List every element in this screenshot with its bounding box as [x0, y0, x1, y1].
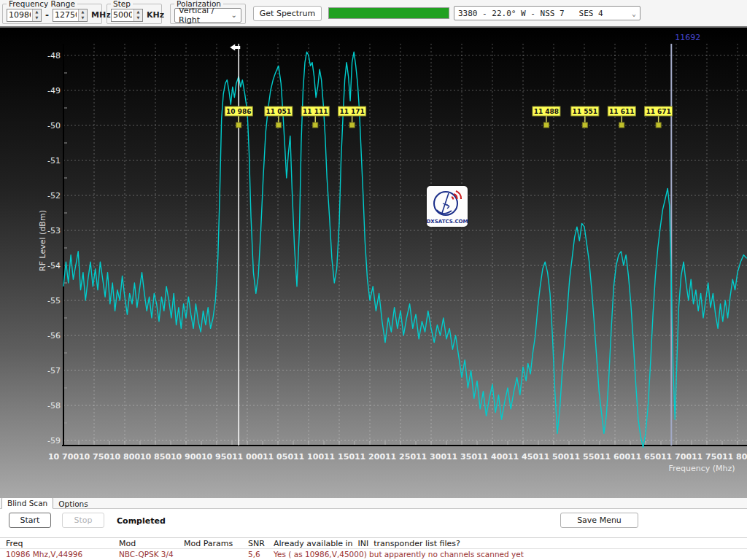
transponder-marker-label[interactable]: 10 986 [226, 108, 251, 115]
frequency-from-spin-buttons[interactable]: ▲▼ [32, 9, 41, 21]
spin-down-icon[interactable]: ▼ [134, 15, 142, 21]
polarization-value: Vertical / Right [179, 6, 227, 25]
y-tick-label: -52 [47, 191, 61, 201]
x-tick-label: 11 450 [508, 452, 538, 462]
y-tick-label: -57 [47, 366, 61, 376]
y-tick-label: -51 [47, 156, 61, 166]
x-tick-label: 11 250 [385, 452, 416, 462]
header-mod: Mod [119, 539, 184, 548]
y-axis-title: RF Level (dBm) [38, 210, 47, 271]
x-tick-label: 11 350 [446, 452, 477, 462]
marker-square [313, 122, 318, 128]
cell-freq: 10986 Mhz,V,44996 [6, 550, 119, 559]
cell-mod: NBC-QPSK 3/4 [119, 550, 184, 559]
marker-square [349, 122, 355, 128]
y-tick-label: -54 [47, 261, 61, 271]
polarization-label: Polarization [174, 0, 223, 8]
spin-down-icon[interactable]: ▼ [79, 15, 87, 21]
dxsatcs-logo: DXSATCS.COM [427, 186, 468, 227]
chevron-down-icon: ⌄ [632, 9, 636, 18]
spin-up-icon[interactable]: ▲ [134, 9, 142, 15]
spectrum-svg: 10 70010 75010 80010 85010 90010 95011 0… [0, 28, 747, 498]
tab-options[interactable]: Options [53, 499, 93, 509]
polarization-group: Polarization Vertical / Right ⌄ [170, 4, 246, 24]
y-tick-label: -53 [47, 226, 61, 236]
x-tick-label: 11 500 [538, 452, 569, 462]
satellite-value: 3380 - 22.0° W - NSS 7 SES 4 [458, 9, 603, 18]
x-tick-label: 10 750 [79, 452, 109, 462]
x-tick-label: 10 850 [140, 452, 171, 462]
x-tick-label: 10 950 [201, 452, 232, 462]
dxsatcs-logo-graphic: DXSATCS.COM [427, 186, 468, 227]
polarization-select[interactable]: Vertical / Right ⌄ [174, 8, 241, 23]
y-tick-label: -49 [47, 86, 61, 96]
spin-up-icon[interactable]: ▲ [33, 9, 41, 15]
x-axis-title: Frequency (Mhz) [668, 464, 735, 473]
toolbar: Frequency Range ▲▼ - ▲▼ MHz Step ▲▼ [0, 0, 747, 28]
step-spin-buttons[interactable]: ▲▼ [133, 9, 142, 21]
get-spectrum-button[interactable]: Get Spectrum [253, 6, 322, 21]
cursor-secondary-label: 11692 [675, 33, 700, 42]
cell-snr: 5,6 [248, 550, 274, 559]
bottom-panel: Blind Scan Options Start Stop Completed … [0, 498, 747, 560]
frequency-to-spin-buttons[interactable]: ▲▼ [78, 9, 87, 21]
step-unit-label: KHz [147, 10, 164, 20]
table-row[interactable]: 10986 Mhz,V,44996 NBC-QPSK 3/4 5,6 Yes (… [0, 549, 747, 559]
y-tick-label: -56 [47, 331, 61, 341]
x-tick-label: 11 300 [416, 452, 446, 462]
frequency-to-spinner[interactable]: ▲▼ [53, 9, 88, 22]
transponder-marker-label[interactable]: 11 171 [339, 108, 364, 115]
frequency-range-label: Frequency Range [7, 0, 77, 8]
signal-wave-icon [452, 197, 453, 200]
satellite-select[interactable]: 3380 - 22.0° W - NSS 7 SES 4 ⌄ [454, 6, 640, 20]
x-tick-label: 11 550 [569, 452, 600, 462]
scan-status-text: Completed [117, 516, 166, 526]
frequency-from-input[interactable] [7, 9, 32, 21]
step-input[interactable] [112, 9, 133, 21]
transponder-marker-label[interactable]: 11 551 [573, 108, 597, 115]
y-tick-label: -59 [47, 436, 61, 446]
marker-square [276, 122, 281, 128]
x-tick-label: 11 400 [477, 452, 508, 462]
x-tick-label: 11 050 [263, 452, 293, 462]
x-tick-label: 11 200 [355, 452, 385, 462]
transponder-marker-label[interactable]: 11 051 [266, 108, 291, 115]
start-button[interactable]: Start [9, 513, 51, 528]
y-tick-label: -55 [47, 296, 61, 306]
save-menu-button[interactable]: Save Menu [560, 513, 638, 528]
spin-down-icon[interactable]: ▼ [33, 15, 41, 21]
marker-square [543, 122, 549, 128]
cell-already-available: Yes ( as 10986,V,45000) but apparently n… [274, 550, 747, 559]
stop-button[interactable]: Stop [62, 513, 104, 528]
marker-square [656, 122, 661, 128]
y-tick-label: -50 [47, 121, 61, 131]
header-mod-params: Mod Params [184, 539, 248, 548]
marker-square [582, 122, 587, 128]
step-spinner[interactable]: ▲▼ [111, 9, 143, 22]
frequency-to-input[interactable] [53, 9, 78, 21]
spectrum-trace [63, 52, 747, 447]
transponder-marker-label[interactable]: 11 671 [646, 108, 670, 115]
tab-bar: Blind Scan Options [0, 498, 747, 509]
x-tick-label: 11 000 [232, 452, 263, 462]
results-table: Freq Mod Mod Params SNR Already availabl… [0, 537, 747, 559]
range-dash: - [45, 10, 49, 20]
tab-blind-scan[interactable]: Blind Scan [1, 497, 53, 509]
chevron-down-icon: ⌄ [231, 11, 237, 19]
table-header-row: Freq Mod Mod Params SNR Already availabl… [0, 538, 747, 549]
frequency-from-spinner[interactable]: ▲▼ [7, 9, 42, 22]
logo-text: DXSATCS.COM [427, 219, 468, 225]
transponder-marker-label[interactable]: 11 111 [303, 108, 328, 115]
header-freq: Freq [6, 539, 119, 548]
transponder-marker-label[interactable]: 11 611 [609, 108, 634, 115]
transponder-marker-label[interactable]: 11 488 [534, 108, 559, 115]
x-tick-label: 11 800 [722, 452, 747, 462]
spectrum-chart: 10 70010 75010 80010 85010 90010 95011 0… [0, 28, 747, 498]
frequency-range-group: Frequency Range ▲▼ - ▲▼ MHz [2, 4, 102, 24]
scan-progress-bar [328, 7, 449, 19]
header-already-available: Already available in INI transponder lis… [274, 539, 747, 548]
x-tick-label: 11 750 [692, 452, 722, 462]
step-group: Step ▲▼ KHz [107, 4, 162, 24]
spin-up-icon[interactable]: ▲ [79, 9, 87, 15]
progress-fill [329, 8, 449, 18]
